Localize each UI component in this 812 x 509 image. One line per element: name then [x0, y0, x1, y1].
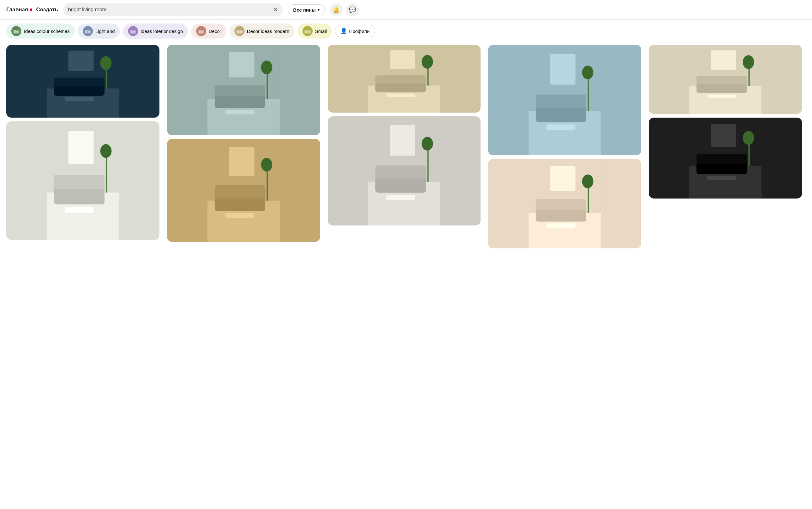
- chip-decor[interactable]: Decor: [191, 24, 226, 39]
- header-brand: Главная Создать: [6, 7, 58, 13]
- grid-column-3: [488, 45, 641, 252]
- chip-label: Decor ideas modern: [247, 29, 289, 34]
- home-link[interactable]: Главная: [6, 7, 28, 13]
- pin-card[interactable]: [6, 122, 159, 240]
- svg-rect-36: [215, 94, 265, 108]
- svg-rect-14: [240, 31, 242, 33]
- svg-rect-29: [54, 175, 104, 189]
- svg-rect-13: [237, 30, 239, 33]
- chip-label: Light and: [95, 29, 115, 34]
- filter-chips-bar: Ideas colour schemesLight andIdeas inter…: [0, 20, 812, 42]
- main-header: Главная Создать ✕ Все пины ▾ 🔔 💬: [0, 0, 812, 20]
- search-input[interactable]: [68, 7, 271, 12]
- chip-label: Ideas interior design: [140, 29, 183, 34]
- chip-light-and[interactable]: Light and: [78, 24, 120, 39]
- svg-rect-87: [711, 50, 736, 70]
- svg-rect-55: [389, 50, 415, 69]
- svg-rect-63: [389, 125, 415, 156]
- chip-decor-modern[interactable]: Decor ideas modern: [229, 24, 294, 39]
- pin-card[interactable]: [649, 117, 802, 199]
- chevron-down-icon: ▾: [318, 7, 319, 12]
- svg-rect-45: [215, 185, 265, 198]
- svg-rect-70: [547, 124, 576, 130]
- svg-rect-39: [229, 52, 255, 77]
- svg-rect-48: [267, 170, 268, 200]
- svg-rect-24: [106, 67, 107, 89]
- svg-rect-22: [65, 97, 94, 101]
- pin-card[interactable]: [328, 45, 481, 112]
- svg-point-81: [582, 174, 594, 188]
- svg-rect-2: [16, 31, 19, 33]
- chip-thumbnail: [235, 26, 245, 36]
- grid-column-0: [6, 45, 159, 252]
- filter-pins-label: Все пины: [293, 7, 316, 12]
- svg-rect-68: [536, 106, 586, 122]
- bell-icon: 🔔: [333, 6, 340, 13]
- header-icons: 🔔 💬: [330, 3, 359, 16]
- pin-card[interactable]: [167, 139, 320, 242]
- svg-rect-92: [696, 162, 747, 174]
- svg-rect-93: [696, 154, 747, 164]
- messages-button[interactable]: 💬: [346, 3, 359, 16]
- create-button[interactable]: Создать: [36, 7, 58, 13]
- chip-thumbnail: [128, 26, 138, 36]
- chat-icon: 💬: [349, 6, 356, 13]
- svg-rect-30: [65, 207, 94, 213]
- svg-point-25: [100, 56, 112, 70]
- filter-pins-button[interactable]: Все пины ▾: [288, 4, 325, 15]
- chip-profiles[interactable]: 👤Профили: [335, 25, 375, 37]
- svg-rect-23: [68, 51, 94, 71]
- svg-point-73: [582, 66, 594, 79]
- chip-ideas-interior[interactable]: Ideas interior design: [123, 24, 188, 39]
- pins-grid: [0, 42, 812, 259]
- search-bar: ✕: [63, 3, 283, 16]
- pin-card[interactable]: [328, 116, 481, 226]
- svg-rect-47: [229, 147, 255, 176]
- svg-rect-8: [133, 31, 135, 33]
- svg-rect-11: [201, 31, 204, 33]
- svg-rect-64: [427, 149, 429, 181]
- pin-card[interactable]: [488, 159, 641, 248]
- pin-card[interactable]: [167, 45, 320, 135]
- pin-card[interactable]: [488, 45, 641, 155]
- chip-small[interactable]: Small: [298, 24, 332, 39]
- chip-ideas-colour[interactable]: Ideas colour schemes: [6, 24, 75, 39]
- svg-rect-17: [308, 31, 310, 33]
- grid-column-4: [649, 45, 802, 252]
- svg-rect-7: [131, 30, 132, 33]
- svg-rect-84: [696, 83, 747, 93]
- svg-rect-54: [386, 94, 415, 97]
- chip-label: Small: [315, 29, 327, 34]
- pin-card[interactable]: [649, 45, 802, 114]
- chip-label: Ideas colour schemes: [24, 29, 70, 34]
- svg-rect-95: [711, 124, 736, 147]
- svg-rect-5: [88, 31, 90, 33]
- svg-rect-76: [536, 208, 586, 222]
- chip-label: Профили: [349, 29, 369, 34]
- svg-rect-78: [547, 223, 576, 228]
- svg-rect-44: [215, 195, 265, 211]
- svg-point-33: [100, 144, 112, 158]
- grid-column-2: [328, 45, 481, 252]
- svg-rect-1: [14, 30, 16, 33]
- svg-rect-79: [550, 166, 576, 191]
- chip-thumbnail: [196, 26, 206, 36]
- svg-rect-62: [386, 195, 415, 200]
- svg-rect-21: [54, 77, 104, 86]
- svg-point-97: [743, 131, 754, 145]
- svg-rect-94: [708, 176, 736, 180]
- search-clear-button[interactable]: ✕: [273, 6, 278, 13]
- svg-rect-4: [85, 30, 87, 33]
- chip-thumbnail: [11, 26, 21, 36]
- svg-point-49: [261, 158, 272, 172]
- grid-column-1: [167, 45, 320, 252]
- pin-card[interactable]: [6, 45, 159, 117]
- svg-point-65: [421, 137, 433, 150]
- notifications-button[interactable]: 🔔: [330, 3, 342, 16]
- chip-thumbnail: [303, 26, 313, 36]
- brand-dot: [30, 8, 32, 11]
- svg-point-41: [261, 61, 272, 74]
- svg-rect-77: [536, 199, 586, 210]
- svg-rect-85: [696, 76, 747, 84]
- svg-rect-38: [225, 110, 254, 114]
